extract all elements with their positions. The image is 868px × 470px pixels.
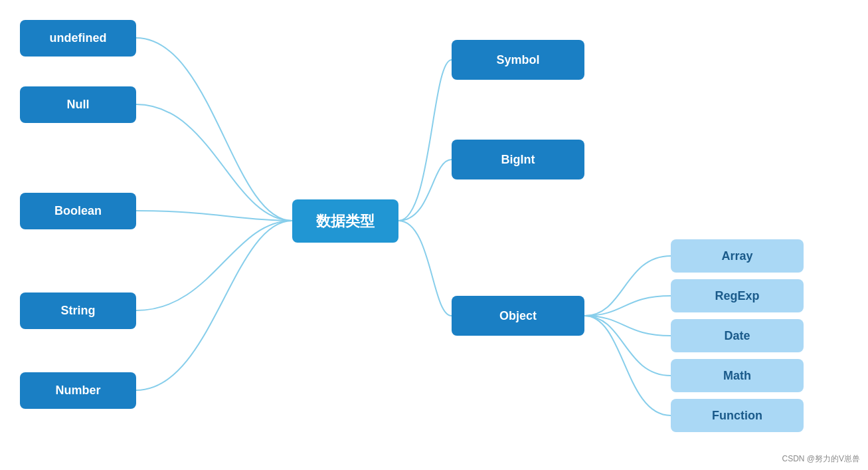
node-undefined: undefined	[20, 20, 136, 57]
node-null: Null	[20, 86, 136, 123]
node-center: 数据类型	[292, 199, 398, 243]
node-object: Object	[452, 296, 584, 336]
node-bigint: BigInt	[452, 140, 584, 179]
watermark: CSDN @努力的V崽兽	[782, 453, 860, 465]
diagram-container: undefined Null Boolean String Number 数据类…	[0, 0, 868, 470]
node-string: String	[20, 293, 136, 329]
node-array: Array	[671, 239, 804, 273]
node-function: Function	[671, 399, 804, 432]
node-number: Number	[20, 372, 136, 409]
node-math: Math	[671, 359, 804, 392]
node-date: Date	[671, 319, 804, 352]
node-regexp: RegExp	[671, 279, 804, 312]
node-symbol: Symbol	[452, 40, 584, 80]
node-boolean: Boolean	[20, 193, 136, 229]
